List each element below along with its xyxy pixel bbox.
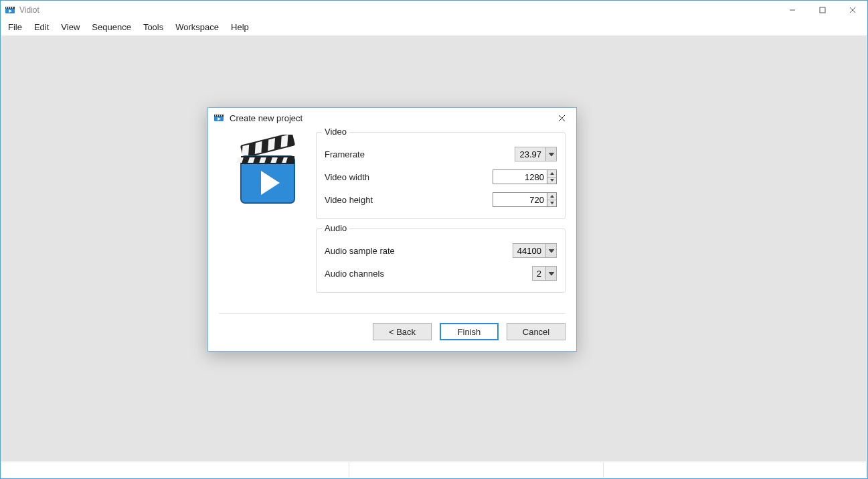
- samplerate-select[interactable]: 44100: [513, 243, 557, 258]
- statusbar: [1, 462, 867, 478]
- svg-rect-15: [215, 115, 216, 117]
- framerate-label: Framerate: [325, 149, 515, 159]
- framerate-value: 23.97: [515, 149, 545, 159]
- svg-rect-5: [12, 7, 13, 9]
- svg-rect-16: [217, 115, 218, 117]
- close-button[interactable]: [837, 1, 867, 19]
- svg-marker-37: [550, 179, 554, 182]
- svg-marker-39: [550, 202, 554, 204]
- chevron-down-icon: [545, 244, 556, 257]
- audio-legend: Audio: [322, 223, 349, 233]
- status-cell: [349, 462, 604, 478]
- cancel-button[interactable]: Cancel: [507, 323, 566, 340]
- svg-marker-41: [549, 272, 554, 275]
- menu-file[interactable]: File: [2, 20, 28, 34]
- maximize-button[interactable]: [807, 1, 837, 19]
- svg-rect-4: [10, 7, 11, 9]
- menu-help[interactable]: Help: [225, 20, 255, 34]
- svg-marker-40: [549, 249, 554, 253]
- svg-rect-26: [280, 135, 288, 147]
- menu-edit[interactable]: Edit: [28, 20, 55, 34]
- svg-rect-3: [8, 7, 9, 9]
- menu-workspace[interactable]: Workspace: [169, 20, 225, 34]
- svg-rect-24: [254, 141, 262, 154]
- video-legend: Video: [322, 127, 349, 137]
- samplerate-value: 44100: [513, 246, 545, 256]
- titlebar: Vidiot: [1, 1, 867, 19]
- svg-marker-38: [550, 195, 554, 198]
- dialog-title: Create new project: [230, 113, 548, 123]
- app-icon: [5, 5, 15, 15]
- menu-sequence[interactable]: Sequence: [86, 20, 137, 34]
- channels-select[interactable]: 2: [532, 266, 557, 281]
- dialog-buttons: < Back Finish Cancel: [208, 314, 576, 351]
- spin-up-icon[interactable]: [547, 170, 556, 178]
- create-project-dialog: Create new project: [207, 107, 577, 352]
- app-title: Vidiot: [19, 5, 39, 15]
- back-button[interactable]: < Back: [373, 323, 432, 340]
- video-group: Video Framerate 23.97 Video width 1280: [316, 132, 566, 219]
- audio-group: Audio Audio sample rate 44100 Audio chan…: [316, 228, 566, 293]
- app-icon: [213, 113, 224, 123]
- svg-rect-17: [219, 115, 220, 117]
- channels-value: 2: [533, 269, 545, 279]
- svg-marker-36: [550, 172, 554, 175]
- menu-view[interactable]: View: [55, 20, 86, 34]
- dialog-titlebar: Create new project: [208, 108, 576, 128]
- samplerate-label: Audio sample rate: [325, 246, 513, 256]
- spin-down-icon[interactable]: [547, 200, 556, 207]
- spin-down-icon[interactable]: [547, 178, 556, 184]
- finish-button[interactable]: Finish: [440, 323, 499, 340]
- video-height-value: 720: [493, 193, 547, 206]
- status-cell: [604, 462, 867, 478]
- spin-up-icon[interactable]: [547, 193, 556, 200]
- chevron-down-icon: [545, 147, 556, 161]
- svg-marker-35: [549, 153, 554, 156]
- video-height-label: Video height: [325, 195, 493, 205]
- status-cell: [1, 462, 349, 478]
- svg-rect-8: [820, 7, 825, 13]
- menu-tools[interactable]: Tools: [137, 20, 169, 34]
- menubar: File Edit View Sequence Tools Workspace …: [1, 19, 867, 36]
- window-controls: [777, 1, 867, 19]
- dialog-close-button[interactable]: [548, 109, 575, 127]
- chevron-down-icon: [545, 267, 556, 280]
- video-width-value: 1280: [493, 170, 547, 184]
- clapperboard-icon: [236, 135, 300, 210]
- framerate-select[interactable]: 23.97: [515, 147, 557, 161]
- minimize-button[interactable]: [777, 1, 807, 19]
- video-width-stepper[interactable]: 1280: [493, 169, 557, 184]
- video-height-stepper[interactable]: 720: [493, 192, 557, 207]
- svg-rect-25: [268, 138, 275, 151]
- video-width-label: Video width: [325, 172, 493, 182]
- svg-rect-2: [6, 7, 7, 9]
- svg-rect-18: [221, 115, 222, 117]
- channels-label: Audio channels: [325, 269, 532, 279]
